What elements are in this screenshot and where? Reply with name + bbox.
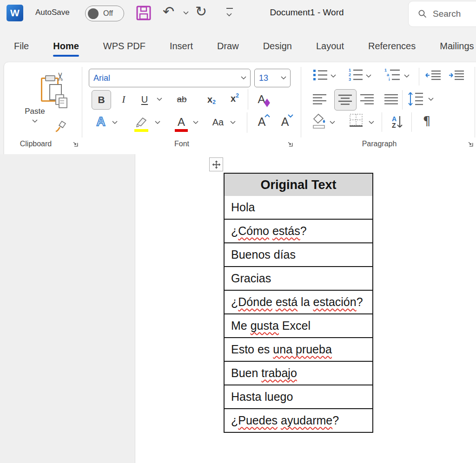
font-color-bar [175, 129, 188, 132]
misspelled-text: trabajo [261, 366, 297, 379]
tab-layout[interactable]: Layout [316, 41, 344, 60]
table-row[interactable]: Esto es una prueba [225, 337, 372, 361]
table-row[interactable]: Hola [225, 196, 372, 219]
tab-label: Home [53, 41, 79, 51]
underline-button[interactable]: U [138, 91, 151, 108]
document-canvas: Original Text Hola¿Cómo estás?Buenos día… [0, 154, 476, 463]
highlight-chevron[interactable] [155, 121, 160, 124]
subscript-x: x [207, 94, 212, 105]
divider [411, 112, 412, 132]
misspelled-text: gusta [251, 319, 279, 332]
sort-button[interactable]: A Z [387, 112, 408, 132]
autosave-label: AutoSave [35, 8, 70, 17]
paste-button[interactable]: Paste [13, 67, 56, 137]
table-row[interactable]: Gracias [225, 266, 372, 290]
tab-mailings[interactable]: Mailings [440, 41, 474, 60]
shading-button[interactable] [312, 113, 327, 129]
multilevel-list-button[interactable]: 1ai [384, 68, 400, 82]
paragraph-dialog-launcher[interactable] [467, 141, 474, 147]
paste-dropdown-chevron[interactable] [32, 119, 38, 123]
undo-dropdown-chevron[interactable] [183, 11, 189, 15]
tab-file[interactable]: File [14, 41, 29, 60]
tab-design[interactable]: Design [263, 41, 292, 60]
subscript-button[interactable]: x 2 [203, 91, 220, 108]
clipboard-dialog-launcher[interactable] [72, 141, 79, 147]
increase-indent-icon [449, 70, 464, 81]
shrink-font-button[interactable]: A [276, 113, 294, 130]
table-header-cell[interactable]: Original Text [225, 174, 372, 196]
save-icon[interactable] [136, 5, 152, 21]
italic-button[interactable]: I [118, 91, 130, 108]
search-icon [418, 9, 427, 19]
change-case-button[interactable]: Aa [209, 114, 227, 130]
table-row[interactable]: ¿Puedes ayudarme? [225, 408, 372, 432]
text-effects-button[interactable]: A [93, 112, 109, 131]
redo-button[interactable]: ↻ [195, 5, 207, 19]
clear-formatting-a: A [258, 93, 265, 106]
bullets-button[interactable] [313, 69, 328, 81]
multilevel-chevron[interactable] [404, 74, 410, 78]
bold-button[interactable]: B [92, 90, 111, 110]
superscript-button[interactable]: x 2 [226, 90, 243, 107]
text-segment [278, 414, 281, 427]
line-spacing-button[interactable] [408, 91, 423, 107]
show-formatting-button[interactable]: ¶ [419, 111, 435, 131]
borders-button[interactable] [349, 113, 363, 127]
word-logo-icon[interactable]: W [7, 5, 23, 21]
table-move-handle[interactable] [209, 157, 223, 171]
align-center-icon [338, 94, 352, 105]
increase-indent-button[interactable] [449, 70, 464, 81]
quick-access-more-button[interactable] [226, 8, 233, 19]
justify-button[interactable] [384, 94, 398, 105]
copy-button[interactable] [54, 94, 68, 108]
tab-wps-pdf[interactable]: WPS PDF [103, 41, 145, 60]
tab-label: Layout [316, 41, 344, 51]
table-row[interactable]: Buenos días [225, 242, 372, 266]
align-right-button[interactable] [360, 94, 374, 105]
font-family-combo[interactable]: Arial [89, 69, 251, 87]
align-center-button[interactable] [334, 89, 357, 111]
search-box[interactable] [408, 1, 476, 27]
font-family-value: Arial [93, 73, 241, 83]
undo-button[interactable]: ↶ [163, 5, 174, 19]
move-cross-icon [212, 160, 221, 169]
numbering-button[interactable]: 123 [348, 68, 363, 82]
svg-text:a: a [387, 72, 390, 77]
table-row[interactable]: Me gusta Excel [225, 313, 372, 337]
decrease-indent-button[interactable] [425, 70, 441, 81]
tab-insert[interactable]: Insert [170, 41, 193, 60]
strikethrough-button[interactable]: ab [173, 91, 190, 108]
tab-references[interactable]: References [368, 41, 416, 60]
search-input[interactable] [432, 8, 476, 20]
change-case-chevron[interactable] [230, 121, 236, 124]
tab-draw[interactable]: Draw [217, 41, 239, 60]
table-row[interactable]: Buen trabajo [225, 361, 372, 385]
font-color-chevron[interactable] [193, 121, 198, 124]
table-row[interactable]: ¿Dónde está la estación? [225, 290, 372, 313]
underline-dropdown-chevron[interactable] [157, 98, 162, 101]
autosave-toggle[interactable]: Off [85, 6, 124, 21]
text-segment: Gracias [231, 272, 271, 285]
bullets-chevron[interactable] [331, 74, 336, 78]
highlighter-icon [135, 117, 148, 128]
table-row[interactable]: Hasta luego [225, 385, 372, 408]
grow-font-button[interactable]: A [252, 113, 271, 130]
format-painter-button[interactable] [53, 119, 68, 134]
font-dialog-launcher[interactable] [287, 141, 293, 147]
clear-formatting-button[interactable]: A [254, 90, 273, 109]
font-color-button[interactable]: A [173, 112, 189, 132]
shading-chevron[interactable] [330, 121, 335, 124]
text-segment [269, 224, 272, 237]
tab-home[interactable]: Home [53, 41, 79, 60]
highlight-button[interactable] [132, 112, 151, 132]
numbering-chevron[interactable] [366, 74, 371, 78]
text-segment: Excel [279, 319, 311, 332]
table-row[interactable]: ¿Cómo estás? [225, 219, 372, 242]
align-left-button[interactable] [313, 94, 327, 105]
font-size-combo[interactable]: 13 [254, 69, 291, 87]
line-spacing-chevron[interactable] [428, 98, 434, 101]
cut-button[interactable]: ✂ [53, 70, 67, 84]
text-segment: ? [357, 295, 363, 308]
borders-chevron[interactable] [369, 121, 374, 124]
text-effects-chevron[interactable] [112, 121, 118, 124]
